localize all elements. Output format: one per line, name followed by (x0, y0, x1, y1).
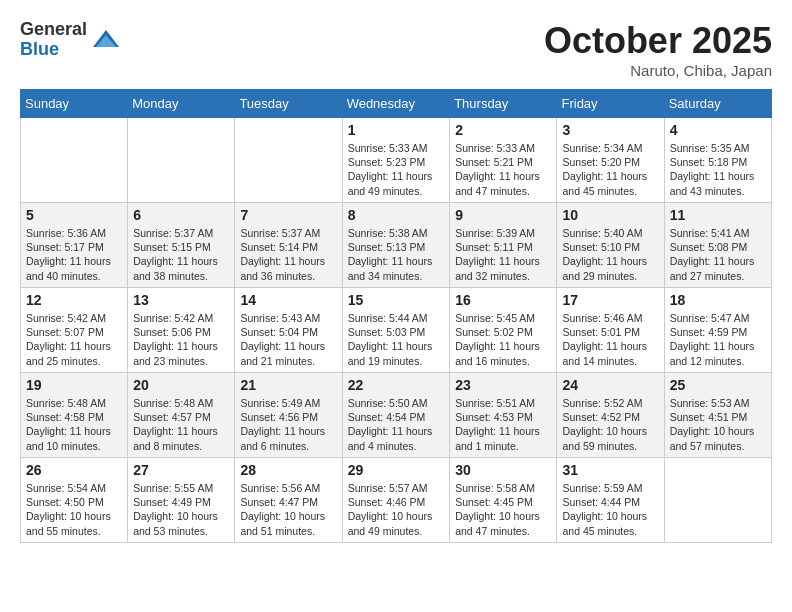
calendar-day-cell: 23Sunrise: 5:51 AM Sunset: 4:53 PM Dayli… (450, 373, 557, 458)
calendar-day-cell (21, 118, 128, 203)
day-number: 28 (240, 462, 336, 478)
calendar-day-cell (664, 458, 771, 543)
logo-blue: Blue (20, 40, 87, 60)
day-info: Sunrise: 5:34 AM Sunset: 5:20 PM Dayligh… (562, 141, 658, 198)
day-number: 24 (562, 377, 658, 393)
day-number: 30 (455, 462, 551, 478)
calendar-day-cell: 12Sunrise: 5:42 AM Sunset: 5:07 PM Dayli… (21, 288, 128, 373)
calendar-day-cell: 27Sunrise: 5:55 AM Sunset: 4:49 PM Dayli… (128, 458, 235, 543)
calendar-day-cell: 30Sunrise: 5:58 AM Sunset: 4:45 PM Dayli… (450, 458, 557, 543)
day-info: Sunrise: 5:56 AM Sunset: 4:47 PM Dayligh… (240, 481, 336, 538)
calendar-day-cell: 17Sunrise: 5:46 AM Sunset: 5:01 PM Dayli… (557, 288, 664, 373)
calendar-day-cell: 14Sunrise: 5:43 AM Sunset: 5:04 PM Dayli… (235, 288, 342, 373)
day-number: 9 (455, 207, 551, 223)
day-number: 22 (348, 377, 445, 393)
calendar-day-cell: 16Sunrise: 5:45 AM Sunset: 5:02 PM Dayli… (450, 288, 557, 373)
calendar-day-cell (128, 118, 235, 203)
calendar-day-cell: 13Sunrise: 5:42 AM Sunset: 5:06 PM Dayli… (128, 288, 235, 373)
calendar-day-cell: 4Sunrise: 5:35 AM Sunset: 5:18 PM Daylig… (664, 118, 771, 203)
calendar-week-row: 1Sunrise: 5:33 AM Sunset: 5:23 PM Daylig… (21, 118, 772, 203)
day-info: Sunrise: 5:43 AM Sunset: 5:04 PM Dayligh… (240, 311, 336, 368)
day-number: 31 (562, 462, 658, 478)
day-info: Sunrise: 5:55 AM Sunset: 4:49 PM Dayligh… (133, 481, 229, 538)
day-of-week-header: Sunday (21, 90, 128, 118)
day-number: 18 (670, 292, 766, 308)
day-info: Sunrise: 5:53 AM Sunset: 4:51 PM Dayligh… (670, 396, 766, 453)
calendar-day-cell: 26Sunrise: 5:54 AM Sunset: 4:50 PM Dayli… (21, 458, 128, 543)
day-number: 27 (133, 462, 229, 478)
calendar-week-row: 19Sunrise: 5:48 AM Sunset: 4:58 PM Dayli… (21, 373, 772, 458)
day-info: Sunrise: 5:38 AM Sunset: 5:13 PM Dayligh… (348, 226, 445, 283)
logo-icon (91, 25, 121, 55)
day-info: Sunrise: 5:33 AM Sunset: 5:23 PM Dayligh… (348, 141, 445, 198)
month-title: October 2025 (544, 20, 772, 62)
day-number: 5 (26, 207, 122, 223)
calendar-day-cell: 31Sunrise: 5:59 AM Sunset: 4:44 PM Dayli… (557, 458, 664, 543)
day-number: 14 (240, 292, 336, 308)
calendar-day-cell: 24Sunrise: 5:52 AM Sunset: 4:52 PM Dayli… (557, 373, 664, 458)
day-info: Sunrise: 5:52 AM Sunset: 4:52 PM Dayligh… (562, 396, 658, 453)
day-info: Sunrise: 5:37 AM Sunset: 5:15 PM Dayligh… (133, 226, 229, 283)
day-number: 7 (240, 207, 336, 223)
day-of-week-header: Tuesday (235, 90, 342, 118)
day-info: Sunrise: 5:36 AM Sunset: 5:17 PM Dayligh… (26, 226, 122, 283)
calendar-day-cell: 3Sunrise: 5:34 AM Sunset: 5:20 PM Daylig… (557, 118, 664, 203)
day-of-week-header: Monday (128, 90, 235, 118)
day-info: Sunrise: 5:33 AM Sunset: 5:21 PM Dayligh… (455, 141, 551, 198)
day-number: 21 (240, 377, 336, 393)
calendar-day-cell: 19Sunrise: 5:48 AM Sunset: 4:58 PM Dayli… (21, 373, 128, 458)
day-number: 13 (133, 292, 229, 308)
title-block: October 2025 Naruto, Chiba, Japan (544, 20, 772, 79)
calendar-week-row: 5Sunrise: 5:36 AM Sunset: 5:17 PM Daylig… (21, 203, 772, 288)
calendar-day-cell: 25Sunrise: 5:53 AM Sunset: 4:51 PM Dayli… (664, 373, 771, 458)
calendar-table: SundayMondayTuesdayWednesdayThursdayFrid… (20, 89, 772, 543)
day-info: Sunrise: 5:44 AM Sunset: 5:03 PM Dayligh… (348, 311, 445, 368)
day-of-week-header: Thursday (450, 90, 557, 118)
day-info: Sunrise: 5:42 AM Sunset: 5:06 PM Dayligh… (133, 311, 229, 368)
calendar-header-row: SundayMondayTuesdayWednesdayThursdayFrid… (21, 90, 772, 118)
day-number: 25 (670, 377, 766, 393)
day-info: Sunrise: 5:42 AM Sunset: 5:07 PM Dayligh… (26, 311, 122, 368)
day-info: Sunrise: 5:54 AM Sunset: 4:50 PM Dayligh… (26, 481, 122, 538)
calendar-day-cell: 1Sunrise: 5:33 AM Sunset: 5:23 PM Daylig… (342, 118, 450, 203)
day-info: Sunrise: 5:48 AM Sunset: 4:58 PM Dayligh… (26, 396, 122, 453)
calendar-day-cell: 21Sunrise: 5:49 AM Sunset: 4:56 PM Dayli… (235, 373, 342, 458)
day-number: 16 (455, 292, 551, 308)
day-number: 1 (348, 122, 445, 138)
day-info: Sunrise: 5:59 AM Sunset: 4:44 PM Dayligh… (562, 481, 658, 538)
calendar-day-cell: 10Sunrise: 5:40 AM Sunset: 5:10 PM Dayli… (557, 203, 664, 288)
location: Naruto, Chiba, Japan (544, 62, 772, 79)
logo-general: General (20, 20, 87, 40)
day-number: 8 (348, 207, 445, 223)
day-info: Sunrise: 5:40 AM Sunset: 5:10 PM Dayligh… (562, 226, 658, 283)
calendar-day-cell: 20Sunrise: 5:48 AM Sunset: 4:57 PM Dayli… (128, 373, 235, 458)
day-info: Sunrise: 5:49 AM Sunset: 4:56 PM Dayligh… (240, 396, 336, 453)
day-info: Sunrise: 5:48 AM Sunset: 4:57 PM Dayligh… (133, 396, 229, 453)
day-info: Sunrise: 5:50 AM Sunset: 4:54 PM Dayligh… (348, 396, 445, 453)
calendar-day-cell: 2Sunrise: 5:33 AM Sunset: 5:21 PM Daylig… (450, 118, 557, 203)
calendar-day-cell: 29Sunrise: 5:57 AM Sunset: 4:46 PM Dayli… (342, 458, 450, 543)
day-number: 19 (26, 377, 122, 393)
day-number: 12 (26, 292, 122, 308)
day-number: 17 (562, 292, 658, 308)
day-info: Sunrise: 5:57 AM Sunset: 4:46 PM Dayligh… (348, 481, 445, 538)
day-number: 15 (348, 292, 445, 308)
day-info: Sunrise: 5:39 AM Sunset: 5:11 PM Dayligh… (455, 226, 551, 283)
day-of-week-header: Friday (557, 90, 664, 118)
day-number: 6 (133, 207, 229, 223)
calendar-day-cell: 8Sunrise: 5:38 AM Sunset: 5:13 PM Daylig… (342, 203, 450, 288)
day-info: Sunrise: 5:37 AM Sunset: 5:14 PM Dayligh… (240, 226, 336, 283)
day-number: 2 (455, 122, 551, 138)
day-info: Sunrise: 5:35 AM Sunset: 5:18 PM Dayligh… (670, 141, 766, 198)
calendar-day-cell: 18Sunrise: 5:47 AM Sunset: 4:59 PM Dayli… (664, 288, 771, 373)
calendar-day-cell: 11Sunrise: 5:41 AM Sunset: 5:08 PM Dayli… (664, 203, 771, 288)
day-info: Sunrise: 5:45 AM Sunset: 5:02 PM Dayligh… (455, 311, 551, 368)
calendar-day-cell: 5Sunrise: 5:36 AM Sunset: 5:17 PM Daylig… (21, 203, 128, 288)
calendar-day-cell: 28Sunrise: 5:56 AM Sunset: 4:47 PM Dayli… (235, 458, 342, 543)
day-of-week-header: Saturday (664, 90, 771, 118)
calendar-week-row: 12Sunrise: 5:42 AM Sunset: 5:07 PM Dayli… (21, 288, 772, 373)
day-number: 20 (133, 377, 229, 393)
calendar-week-row: 26Sunrise: 5:54 AM Sunset: 4:50 PM Dayli… (21, 458, 772, 543)
calendar-day-cell: 22Sunrise: 5:50 AM Sunset: 4:54 PM Dayli… (342, 373, 450, 458)
calendar-day-cell: 6Sunrise: 5:37 AM Sunset: 5:15 PM Daylig… (128, 203, 235, 288)
